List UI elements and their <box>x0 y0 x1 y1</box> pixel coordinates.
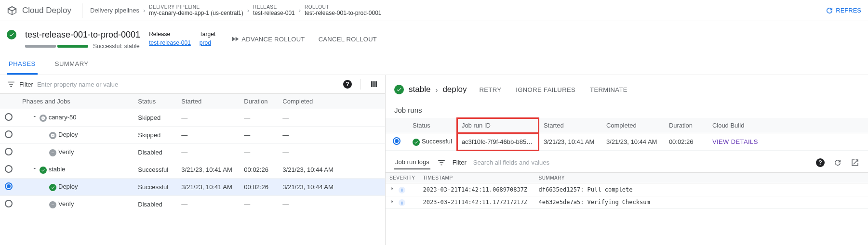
refresh-label: REFRES <box>836 7 861 14</box>
breadcrumb-pipeline-value: my-canary-demo-app-1 (us-central1) <box>149 10 243 16</box>
check-icon <box>413 139 420 146</box>
job-runs-title: Job runs <box>386 101 868 118</box>
progress-seg-skipped <box>25 45 56 48</box>
release-link[interactable]: test-release-001 <box>149 39 191 46</box>
chevron-right-icon[interactable] <box>389 186 395 192</box>
row-radio[interactable] <box>5 113 13 121</box>
jobrun-row[interactable]: Successful ac3f10fc-7f9f-46bb-b85… 3/21/… <box>386 133 868 151</box>
chevron-right-icon: › <box>299 7 301 14</box>
tab-phases[interactable]: PHASES <box>7 54 38 75</box>
col-phases: Phases and Jobs <box>17 94 133 109</box>
release-meta: Release test-release-001 <box>149 30 191 46</box>
breadcrumb-rollout-label: ROLLOUT <box>305 4 381 10</box>
caret-down-icon[interactable] <box>32 114 38 119</box>
phases-panel: Filter ? Phases and Jobs Status Started … <box>0 75 386 245</box>
row-radio[interactable] <box>5 200 13 207</box>
breadcrumb-release[interactable]: RELEASE test-release-001 <box>253 4 295 16</box>
ignore-failures-button[interactable]: IGNORE FAILURES <box>516 86 575 93</box>
log-row[interactable]: i 2023-03-21T14:42:11.068970837Z df6635e… <box>386 183 868 196</box>
detail-crumb-phase: stable <box>409 85 430 94</box>
forward-icon <box>49 132 56 139</box>
breadcrumb-rollout[interactable]: ROLLOUT test-release-001-to-prod-0001 <box>305 4 381 16</box>
minus-icon <box>49 201 56 208</box>
table-row[interactable]: stable Successful 3/21/23, 10:41 AM 00:0… <box>0 161 385 179</box>
jcol-started: Started <box>539 118 601 133</box>
breadcrumb-rollout-value: test-release-001-to-prod-0001 <box>305 10 381 16</box>
chevron-right-icon: › <box>143 7 145 14</box>
chevron-right-icon[interactable] <box>389 199 395 205</box>
breadcrumb-pipelines[interactable]: Delivery pipelines <box>90 7 139 14</box>
jobrun-id: ac3f10fc-7f9f-46bb-b85… <box>457 133 539 151</box>
info-icon: i <box>399 199 405 206</box>
info-icon: i <box>399 187 405 193</box>
refresh-button[interactable]: REFRES <box>825 6 861 15</box>
col-duration: Duration <box>239 94 278 109</box>
log-row[interactable]: i 2023-03-21T14:42:11.177217217Z 4e632e5… <box>386 196 868 209</box>
table-row[interactable]: Verify Disabled — — — <box>0 196 385 213</box>
open-in-new-icon[interactable] <box>851 158 859 167</box>
divider <box>82 3 82 18</box>
cloud-deploy-logo-icon <box>7 5 17 16</box>
target-label: Target <box>200 31 215 38</box>
lcol-timestamp: TIMESTAMP <box>419 173 534 183</box>
table-row[interactable]: Deploy Skipped — — — <box>0 127 385 144</box>
col-started: Started <box>176 94 239 109</box>
rollout-header: test-release-001-to-prod-0001 Successful… <box>0 21 868 54</box>
rollout-status-text: Successful: stable <box>93 43 140 50</box>
tab-job-run-logs[interactable]: Job run logs <box>394 155 430 169</box>
table-row[interactable]: Deploy Successful 3/21/23, 10:41 AM 00:0… <box>0 179 385 196</box>
tab-summary[interactable]: SUMMARY <box>53 54 91 75</box>
success-icon <box>7 30 16 39</box>
chevron-right-icon: › <box>247 7 249 14</box>
success-icon <box>394 85 404 94</box>
top-header: Cloud Deploy Delivery pipelines › DELIVE… <box>0 0 868 21</box>
row-radio[interactable] <box>5 182 13 190</box>
help-icon[interactable]: ? <box>816 158 825 167</box>
filter-icon <box>437 158 446 167</box>
target-meta: Target prod <box>200 30 215 46</box>
row-radio[interactable] <box>5 148 13 155</box>
rollout-title: test-release-001-to-prod-0001 <box>25 30 140 40</box>
forward-icon <box>40 115 47 122</box>
cancel-rollout-button[interactable]: CANCEL ROLLOUT <box>319 36 377 43</box>
breadcrumb-release-label: RELEASE <box>253 4 295 10</box>
breadcrumb-pipeline[interactable]: DELIVERY PIPELINE my-canary-demo-app-1 (… <box>149 4 243 16</box>
log-filter-label: Filter <box>453 159 467 166</box>
check-icon <box>49 184 56 191</box>
row-radio[interactable] <box>5 165 13 173</box>
filter-icon <box>7 80 15 89</box>
target-link[interactable]: prod <box>200 39 215 46</box>
advance-rollout-button[interactable]: ADVANCE ROLLOUT <box>231 35 305 43</box>
jcol-jobrunid: Job run ID <box>457 118 539 133</box>
jobrun-radio[interactable] <box>393 137 401 145</box>
col-status: Status <box>133 94 176 109</box>
release-label: Release <box>149 31 191 38</box>
progress-bar <box>25 45 88 48</box>
caret-down-icon[interactable] <box>32 166 38 171</box>
table-row[interactable]: canary-50 Skipped — — — <box>0 109 385 127</box>
product-name: Cloud Deploy <box>22 6 71 15</box>
tabs: PHASES SUMMARY <box>0 54 868 75</box>
help-icon[interactable]: ? <box>343 80 352 89</box>
lcol-summary: SUMMARY <box>534 173 868 183</box>
terminate-button[interactable]: TERMINATE <box>590 86 628 93</box>
columns-icon[interactable] <box>370 80 378 89</box>
breadcrumb-release-value: test-release-001 <box>253 10 295 16</box>
retry-button[interactable]: RETRY <box>479 86 501 93</box>
detail-crumb-job: deploy <box>442 85 467 94</box>
table-row[interactable]: Verify Disabled — — — <box>0 144 385 161</box>
filter-input[interactable] <box>37 81 339 88</box>
view-details-link[interactable]: VIEW DETAILS <box>712 138 758 145</box>
detail-panel: stable › deploy RETRY IGNORE FAILURES TE… <box>386 75 868 245</box>
breadcrumb-pipeline-label: DELIVERY PIPELINE <box>149 4 243 10</box>
jcol-duration: Duration <box>664 118 708 133</box>
divider <box>361 79 361 90</box>
col-completed: Completed <box>278 94 385 109</box>
row-radio[interactable] <box>5 130 13 138</box>
log-search-input[interactable] <box>473 159 809 166</box>
reload-icon[interactable] <box>833 158 842 167</box>
jcol-status: Status <box>408 118 457 133</box>
minus-icon <box>49 149 56 156</box>
advance-rollout-label: ADVANCE ROLLOUT <box>241 36 305 43</box>
jcol-completed: Completed <box>601 118 664 133</box>
